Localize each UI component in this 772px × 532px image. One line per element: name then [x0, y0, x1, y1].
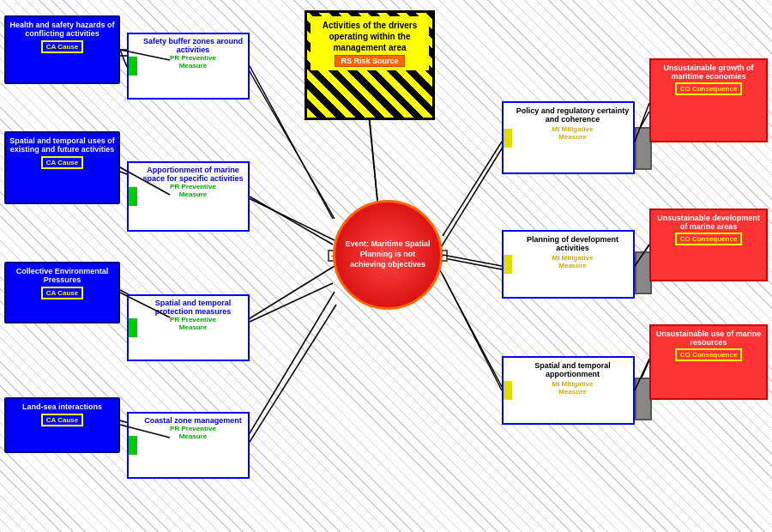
event-circle: Event: Maritime Spatial Planning is not … — [333, 200, 443, 310]
yellow-bar-1 — [504, 129, 512, 148]
cause-box-3: Collective Environmental Pressures CA Ca… — [4, 262, 120, 323]
con2-badge: CO Consequence — [675, 233, 743, 245]
measure4-text: Coastal zone management — [141, 416, 245, 425]
measure3-text: Spatial and temporal protection measures — [141, 299, 245, 316]
mit-box-3: Spatial and temporal apportionment MI Mi… — [502, 356, 635, 425]
cause4-badge: CA Cause — [41, 414, 84, 426]
mit2-text: Planning of development activities — [516, 235, 630, 252]
measure3-badge: PR PreventiveMeasure — [141, 316, 245, 331]
consequence-box-3: Unsustainable use of marine resources CO… — [649, 324, 768, 400]
consequence-box-2: Unsustainable development of marine area… — [649, 209, 768, 281]
svg-line-27 — [443, 255, 502, 266]
mit-box-1: Policy and regulatory certainty and cohe… — [502, 101, 635, 174]
cause3-text: Collective Environmental Pressures — [9, 267, 115, 284]
cause2-badge: CA Cause — [41, 156, 84, 169]
measure2-text: Apportionment of marine space for specif… — [141, 166, 245, 183]
svg-line-25 — [370, 120, 377, 200]
svg-line-0 — [120, 50, 127, 67]
hazard-box: Activities of the drivers operating with… — [305, 10, 435, 120]
yellow-bar-3 — [504, 381, 512, 400]
measure-box-2: Apportionment of marine space for specif… — [127, 161, 250, 232]
svg-line-8 — [247, 266, 335, 320]
measure1-text: Safety buffer zones around activities — [141, 37, 245, 54]
consequence-box-1: Unsustainable growth of maritime economi… — [649, 58, 768, 142]
measure-box-1: Safety buffer zones around activities PR… — [127, 33, 250, 100]
cause1-text: Health and safety hazards of conflicting… — [9, 21, 115, 38]
cause2-text: Spatial and temporal uses of existing an… — [9, 136, 115, 154]
svg-line-26 — [443, 142, 502, 236]
diagram-container: Health and safety hazards of conflicting… — [0, 0, 772, 532]
mit2-badge: MI MitigativeMeasure — [516, 254, 630, 269]
green-bar-3 — [129, 318, 137, 337]
hazard-title: Activities of the drivers operating with… — [314, 20, 425, 53]
cause3-badge: CA Cause — [41, 287, 84, 299]
svg-line-7 — [247, 197, 335, 240]
measure-box-4: Coastal zone management PR PreventiveMea… — [127, 412, 250, 479]
con3-badge: CO Consequence — [675, 348, 743, 361]
green-bar-2 — [129, 187, 137, 206]
mit1-badge: MI MitigativeMeasure — [516, 125, 630, 141]
mit-box-2: Planning of development activities MI Mi… — [502, 230, 635, 299]
green-bar-4 — [129, 436, 137, 455]
svg-line-24 — [250, 305, 336, 442]
measure1-badge: PR PreventiveMeasure — [141, 54, 245, 70]
cause-box-1: Health and safety hazards of conflicting… — [4, 15, 120, 84]
svg-line-23 — [250, 283, 333, 322]
svg-line-12 — [440, 257, 506, 270]
svg-line-11 — [440, 142, 506, 249]
svg-line-9 — [247, 292, 335, 438]
mit1-text: Policy and regulatory certainty and cohe… — [516, 106, 630, 124]
cause4-text: Land-sea interactions — [9, 402, 115, 411]
event-text: Event: Maritime Spatial Planning is not … — [342, 239, 433, 269]
con1-badge: CO Consequence — [675, 82, 743, 95]
con2-text: Unsustainable development of marine area… — [654, 214, 763, 231]
svg-line-22 — [250, 196, 333, 245]
green-bar-1 — [129, 57, 137, 76]
svg-line-10 — [369, 116, 377, 202]
svg-line-13 — [440, 270, 506, 395]
con1-text: Unsustainable growth of maritime economi… — [654, 63, 763, 81]
measure2-badge: PR PreventiveMeasure — [141, 183, 245, 198]
measure-box-3: Spatial and temporal protection measures… — [127, 294, 250, 361]
yellow-bar-2 — [504, 255, 512, 274]
cause1-badge: CA Cause — [41, 40, 84, 53]
con3-text: Unsustainable use of marine resources — [654, 329, 763, 347]
hazard-badge: RS Risk Source — [335, 55, 404, 67]
mit3-text: Spatial and temporal apportionment — [516, 361, 630, 378]
cause-box-4: Land-sea interactions CA Cause — [4, 397, 120, 453]
svg-line-28 — [443, 275, 502, 390]
measure4-badge: PR PreventiveMeasure — [141, 425, 245, 440]
mit3-badge: MI MitigativeMeasure — [516, 380, 630, 396]
cause-box-2: Spatial and temporal uses of existing an… — [4, 131, 120, 204]
